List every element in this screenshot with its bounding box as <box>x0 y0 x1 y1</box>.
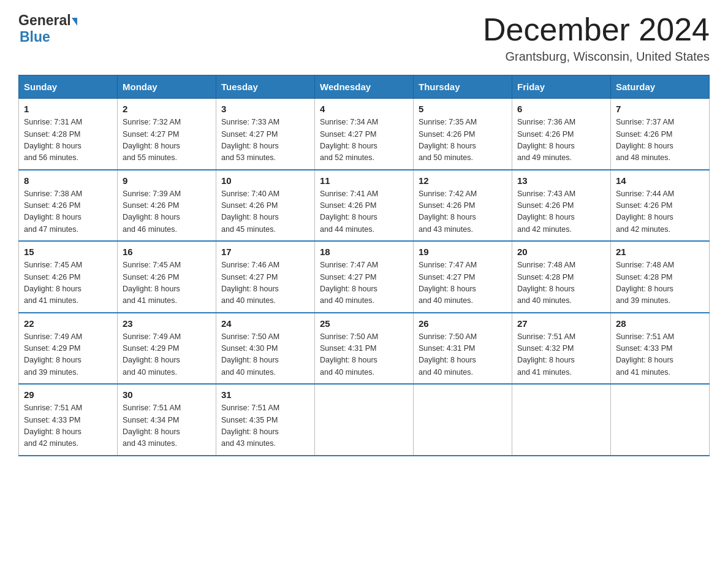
weekday-header-saturday: Saturday <box>611 75 710 99</box>
calendar-table: SundayMondayTuesdayWednesdayThursdayFrid… <box>18 75 710 456</box>
day-number: 31 <box>221 389 309 400</box>
day-number: 10 <box>221 175 309 186</box>
calendar-body: 1 Sunrise: 7:31 AM Sunset: 4:28 PM Dayli… <box>19 99 710 456</box>
calendar-week-row: 8 Sunrise: 7:38 AM Sunset: 4:26 PM Dayli… <box>19 170 710 242</box>
location-title: Grantsburg, Wisconsin, United States <box>483 50 710 64</box>
day-info: Sunrise: 7:50 AM Sunset: 4:31 PM Dayligh… <box>320 331 408 379</box>
day-number: 1 <box>24 104 112 114</box>
day-number: 19 <box>419 247 507 257</box>
day-info: Sunrise: 7:45 AM Sunset: 4:26 PM Dayligh… <box>24 259 112 307</box>
calendar-cell: 2 Sunrise: 7:32 AM Sunset: 4:27 PM Dayli… <box>118 99 216 170</box>
day-info: Sunrise: 7:50 AM Sunset: 4:31 PM Dayligh… <box>419 331 507 379</box>
day-info: Sunrise: 7:34 AM Sunset: 4:27 PM Dayligh… <box>320 117 408 164</box>
weekday-header-thursday: Thursday <box>414 75 512 99</box>
day-number: 7 <box>616 104 704 114</box>
day-number: 26 <box>419 318 507 329</box>
day-info: Sunrise: 7:51 AM Sunset: 4:33 PM Dayligh… <box>24 402 112 450</box>
calendar-cell: 24 Sunrise: 7:50 AM Sunset: 4:30 PM Dayl… <box>216 313 315 385</box>
day-info: Sunrise: 7:51 AM Sunset: 4:32 PM Dayligh… <box>517 331 605 379</box>
calendar-cell: 5 Sunrise: 7:35 AM Sunset: 4:26 PM Dayli… <box>414 99 512 170</box>
day-number: 15 <box>24 247 112 257</box>
day-number: 27 <box>517 318 605 329</box>
day-info: Sunrise: 7:44 AM Sunset: 4:26 PM Dayligh… <box>616 188 704 236</box>
day-info: Sunrise: 7:32 AM Sunset: 4:27 PM Dayligh… <box>123 117 211 164</box>
day-info: Sunrise: 7:45 AM Sunset: 4:26 PM Dayligh… <box>123 259 211 307</box>
calendar-cell: 27 Sunrise: 7:51 AM Sunset: 4:32 PM Dayl… <box>512 313 611 385</box>
calendar-cell: 31 Sunrise: 7:51 AM Sunset: 4:35 PM Dayl… <box>216 384 315 456</box>
calendar-cell <box>414 384 512 456</box>
day-info: Sunrise: 7:35 AM Sunset: 4:26 PM Dayligh… <box>419 117 507 164</box>
day-number: 2 <box>123 104 211 114</box>
calendar-cell: 10 Sunrise: 7:40 AM Sunset: 4:26 PM Dayl… <box>216 170 315 242</box>
calendar-cell: 22 Sunrise: 7:49 AM Sunset: 4:29 PM Dayl… <box>19 313 118 385</box>
calendar-cell <box>611 384 710 456</box>
day-info: Sunrise: 7:49 AM Sunset: 4:29 PM Dayligh… <box>123 331 211 379</box>
day-number: 9 <box>123 175 211 186</box>
weekday-header-monday: Monday <box>118 75 216 99</box>
day-info: Sunrise: 7:40 AM Sunset: 4:26 PM Dayligh… <box>221 188 309 236</box>
calendar-cell: 6 Sunrise: 7:36 AM Sunset: 4:26 PM Dayli… <box>512 99 611 170</box>
day-number: 14 <box>616 175 704 186</box>
day-info: Sunrise: 7:43 AM Sunset: 4:26 PM Dayligh… <box>517 188 605 236</box>
month-title: December 2024 <box>483 12 710 47</box>
weekday-header-row: SundayMondayTuesdayWednesdayThursdayFrid… <box>19 75 710 99</box>
day-info: Sunrise: 7:46 AM Sunset: 4:27 PM Dayligh… <box>221 259 309 307</box>
calendar-cell: 8 Sunrise: 7:38 AM Sunset: 4:26 PM Dayli… <box>19 170 118 242</box>
calendar-cell: 25 Sunrise: 7:50 AM Sunset: 4:31 PM Dayl… <box>315 313 414 385</box>
calendar-cell: 14 Sunrise: 7:44 AM Sunset: 4:26 PM Dayl… <box>611 170 710 242</box>
calendar-cell: 28 Sunrise: 7:51 AM Sunset: 4:33 PM Dayl… <box>611 313 710 385</box>
calendar-cell: 16 Sunrise: 7:45 AM Sunset: 4:26 PM Dayl… <box>118 241 216 313</box>
day-info: Sunrise: 7:42 AM Sunset: 4:26 PM Dayligh… <box>419 188 507 236</box>
calendar-cell: 19 Sunrise: 7:47 AM Sunset: 4:27 PM Dayl… <box>414 241 512 313</box>
weekday-header-wednesday: Wednesday <box>315 75 414 99</box>
calendar-cell: 15 Sunrise: 7:45 AM Sunset: 4:26 PM Dayl… <box>19 241 118 313</box>
calendar-cell: 4 Sunrise: 7:34 AM Sunset: 4:27 PM Dayli… <box>315 99 414 170</box>
logo-blue-text: Blue <box>20 29 50 45</box>
day-info: Sunrise: 7:33 AM Sunset: 4:27 PM Dayligh… <box>221 117 309 164</box>
day-number: 20 <box>517 247 605 257</box>
calendar-cell: 23 Sunrise: 7:49 AM Sunset: 4:29 PM Dayl… <box>118 313 216 385</box>
logo-general-text: General <box>18 12 71 29</box>
day-info: Sunrise: 7:36 AM Sunset: 4:26 PM Dayligh… <box>517 117 605 164</box>
calendar-cell: 7 Sunrise: 7:37 AM Sunset: 4:26 PM Dayli… <box>611 99 710 170</box>
day-info: Sunrise: 7:37 AM Sunset: 4:26 PM Dayligh… <box>616 117 704 164</box>
weekday-header-sunday: Sunday <box>19 75 118 99</box>
calendar-cell: 26 Sunrise: 7:50 AM Sunset: 4:31 PM Dayl… <box>414 313 512 385</box>
day-number: 23 <box>123 318 211 329</box>
calendar-cell <box>512 384 611 456</box>
day-number: 4 <box>320 104 408 114</box>
calendar-cell: 17 Sunrise: 7:46 AM Sunset: 4:27 PM Dayl… <box>216 241 315 313</box>
day-info: Sunrise: 7:50 AM Sunset: 4:30 PM Dayligh… <box>221 331 309 379</box>
logo-arrow-icon <box>72 18 77 26</box>
calendar-cell: 13 Sunrise: 7:43 AM Sunset: 4:26 PM Dayl… <box>512 170 611 242</box>
calendar-cell: 30 Sunrise: 7:51 AM Sunset: 4:34 PM Dayl… <box>118 384 216 456</box>
weekday-header-friday: Friday <box>512 75 611 99</box>
day-number: 3 <box>221 104 309 114</box>
day-number: 18 <box>320 247 408 257</box>
day-info: Sunrise: 7:48 AM Sunset: 4:28 PM Dayligh… <box>517 259 605 307</box>
day-number: 13 <box>517 175 605 186</box>
day-number: 25 <box>320 318 408 329</box>
day-number: 11 <box>320 175 408 186</box>
calendar-week-row: 29 Sunrise: 7:51 AM Sunset: 4:33 PM Dayl… <box>19 384 710 456</box>
calendar-cell: 20 Sunrise: 7:48 AM Sunset: 4:28 PM Dayl… <box>512 241 611 313</box>
calendar-cell: 29 Sunrise: 7:51 AM Sunset: 4:33 PM Dayl… <box>19 384 118 456</box>
day-number: 12 <box>419 175 507 186</box>
day-info: Sunrise: 7:38 AM Sunset: 4:26 PM Dayligh… <box>24 188 112 236</box>
day-number: 8 <box>24 175 112 186</box>
day-info: Sunrise: 7:51 AM Sunset: 4:33 PM Dayligh… <box>616 331 704 379</box>
page-header: General Blue December 2024 Grantsburg, W… <box>18 12 710 64</box>
day-number: 5 <box>419 104 507 114</box>
calendar-cell: 11 Sunrise: 7:41 AM Sunset: 4:26 PM Dayl… <box>315 170 414 242</box>
calendar-week-row: 15 Sunrise: 7:45 AM Sunset: 4:26 PM Dayl… <box>19 241 710 313</box>
calendar-cell: 12 Sunrise: 7:42 AM Sunset: 4:26 PM Dayl… <box>414 170 512 242</box>
day-info: Sunrise: 7:51 AM Sunset: 4:34 PM Dayligh… <box>123 402 211 450</box>
logo: General Blue <box>18 12 77 45</box>
calendar-week-row: 1 Sunrise: 7:31 AM Sunset: 4:28 PM Dayli… <box>19 99 710 170</box>
calendar-week-row: 22 Sunrise: 7:49 AM Sunset: 4:29 PM Dayl… <box>19 313 710 385</box>
day-info: Sunrise: 7:41 AM Sunset: 4:26 PM Dayligh… <box>320 188 408 236</box>
day-info: Sunrise: 7:39 AM Sunset: 4:26 PM Dayligh… <box>123 188 211 236</box>
day-info: Sunrise: 7:31 AM Sunset: 4:28 PM Dayligh… <box>24 117 112 164</box>
day-info: Sunrise: 7:47 AM Sunset: 4:27 PM Dayligh… <box>320 259 408 307</box>
day-number: 21 <box>616 247 704 257</box>
